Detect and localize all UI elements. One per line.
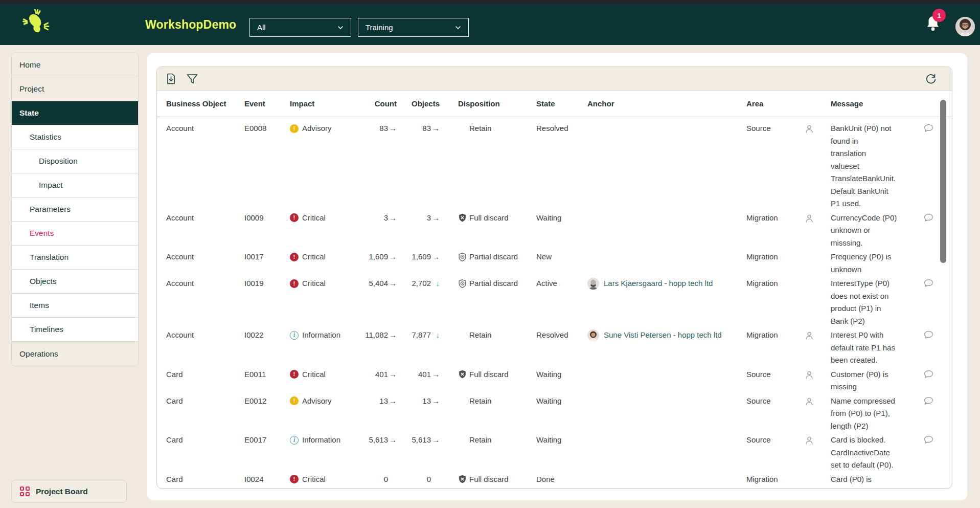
sidebar-item-translation[interactable]: Translation [12, 246, 138, 270]
table-row[interactable]: Account I0019 ! Critical 5,404 → 2,702 ↓ [157, 276, 952, 328]
cell-message: BankUnit (P0) notfound intranslationvalu… [831, 122, 911, 210]
anchor-user-chip[interactable]: Lars Kjaersgaard - hopp tech ltd [587, 277, 713, 290]
cell-message: Frequency (P0) isunknown [831, 251, 911, 276]
message-line: missing [831, 381, 911, 393]
col-count[interactable]: Count [358, 99, 397, 108]
cell-comment [911, 368, 941, 384]
sidebar-item-parameters[interactable]: Parameters [12, 197, 138, 222]
cell-objects: 3 → [397, 212, 440, 225]
app-title: WorkshopDemo [145, 4, 236, 45]
sidebar-item-project[interactable]: Project [12, 77, 138, 101]
message-line: translation [831, 147, 911, 160]
notifications-button[interactable]: 1 [924, 13, 948, 39]
col-area[interactable]: Area [746, 99, 804, 108]
person-icon[interactable] [804, 213, 814, 224]
chat-bubble-icon[interactable] [923, 330, 934, 340]
col-impact[interactable]: Impact [290, 99, 358, 108]
chat-bubble-icon[interactable] [923, 123, 934, 134]
vertical-scrollbar-thumb[interactable] [940, 100, 946, 263]
scope-select[interactable]: All [249, 18, 351, 37]
table-row[interactable]: Card I0024 ! Critical 0 0 [157, 472, 952, 487]
person-icon[interactable] [804, 435, 814, 446]
table-row[interactable]: Card E0017 i Information 5,613 → 5,613 → [157, 433, 952, 472]
cell-comment [911, 395, 941, 410]
table-row[interactable]: Account I0017 ! Critical 1,609 → 1,609 → [157, 250, 952, 276]
table-row[interactable]: Account I0022 i Information 11,082 → 7,8… [157, 328, 952, 367]
table-header-row: Business Object Event Impact Count Objec… [157, 91, 952, 117]
sidebar-item-timelines[interactable]: Timelines [12, 318, 138, 342]
person-icon[interactable] [804, 369, 814, 381]
cell-business-object: Card [166, 434, 244, 447]
cell-business-object: Account [166, 122, 244, 135]
sidebar-item-label: Items [30, 301, 49, 310]
message-line: Interest P0 with [831, 329, 911, 342]
sidebar-item-events[interactable]: Events [12, 222, 138, 246]
count-trend-arrow-icon: → [388, 395, 397, 408]
disposition-label: Full discard [469, 368, 509, 381]
sidebar-item-label: Statistics [30, 132, 61, 142]
message-line: Default BankUnit [831, 185, 911, 198]
refresh-icon[interactable] [924, 72, 938, 85]
cell-area: Source [746, 434, 804, 447]
cell-objects: 83 → [397, 122, 440, 135]
cell-message: Name compressedfrom (P0) to (P1),length … [831, 395, 911, 433]
sidebar-item-home[interactable]: Home [12, 53, 138, 77]
filter-icon[interactable] [186, 72, 199, 85]
cell-comment [911, 212, 941, 227]
table-row[interactable]: Account E0008 ! Advisory 83 → 83 → [157, 121, 952, 211]
chat-bubble-icon[interactable] [923, 369, 934, 380]
col-state[interactable]: State [536, 99, 587, 108]
sidebar-item-label: Impact [39, 181, 63, 190]
table-row[interactable]: Card E0011 ! Critical 401 → 401 → [157, 367, 952, 394]
cell-business-object: Card [166, 395, 244, 408]
dataset-select[interactable]: Training [358, 18, 469, 37]
chat-bubble-icon[interactable] [923, 213, 934, 223]
col-objects[interactable]: Objects [397, 99, 440, 108]
message-line: does not exist on [831, 290, 911, 303]
project-board-button[interactable]: Project Board [11, 480, 127, 503]
col-message[interactable]: Message [831, 99, 911, 108]
message-line: default rate P1 has [831, 342, 911, 355]
anchor-user-chip[interactable]: Sune Visti Petersen - hopp tech ltd [587, 329, 722, 342]
table-row[interactable]: Account I0009 ! Critical 3 → 3 → [157, 211, 952, 250]
cell-disposition: Full discard [458, 368, 536, 381]
chat-bubble-icon[interactable] [923, 396, 934, 406]
objects-trend-arrow-icon: → [431, 434, 440, 447]
person-icon[interactable] [804, 123, 814, 135]
disposition-label: Full discard [469, 473, 509, 486]
cell-disposition: Retain [458, 122, 536, 135]
sidebar-item-label: Translation [30, 253, 69, 262]
disposition-shield-icon [458, 473, 469, 486]
chat-bubble-icon[interactable] [923, 278, 934, 289]
cell-state: New [536, 251, 587, 263]
message-line: CurrencyCode (P0) [831, 212, 911, 225]
frog-logo-icon[interactable] [22, 9, 51, 39]
sidebar-item-operations[interactable]: Operations [12, 342, 138, 366]
sidebar-item-impact[interactable]: Impact [12, 173, 138, 197]
person-icon[interactable] [804, 330, 814, 341]
table-body: Account E0008 ! Advisory 83 → 83 → [157, 117, 952, 488]
col-disposition[interactable]: Disposition [458, 99, 536, 108]
chat-bubble-icon[interactable] [923, 435, 934, 445]
person-icon[interactable] [804, 396, 814, 407]
sidebar-item-disposition[interactable]: Disposition [12, 149, 138, 173]
cell-state: Waiting [536, 434, 587, 447]
count-trend-arrow-icon: → [388, 434, 397, 447]
cell-impact: i Information [290, 329, 358, 342]
sidebar-item-state[interactable]: State [12, 101, 138, 125]
col-business-object[interactable]: Business Object [166, 99, 244, 108]
table-row[interactable]: Card E0012 ! Advisory 13 → 13 → [157, 394, 952, 433]
objects-trend-arrow-icon: → [431, 368, 440, 381]
user-avatar[interactable] [955, 17, 975, 36]
col-anchor[interactable]: Anchor [587, 99, 746, 108]
sidebar-item-items[interactable]: Items [12, 294, 138, 318]
col-event[interactable]: Event [244, 99, 290, 108]
cell-disposition: Partial discard [458, 277, 536, 290]
sidebar-nav: HomeProjectStateStatisticsDispositionImp… [11, 53, 139, 366]
sidebar-item-objects[interactable]: Objects [12, 270, 138, 294]
message-line: Card (P0) is [831, 473, 911, 486]
sidebar-item-statistics[interactable]: Statistics [12, 125, 138, 149]
export-download-icon[interactable] [164, 72, 177, 85]
count-trend-arrow-icon: → [388, 329, 397, 342]
table-toolbar [157, 67, 952, 91]
